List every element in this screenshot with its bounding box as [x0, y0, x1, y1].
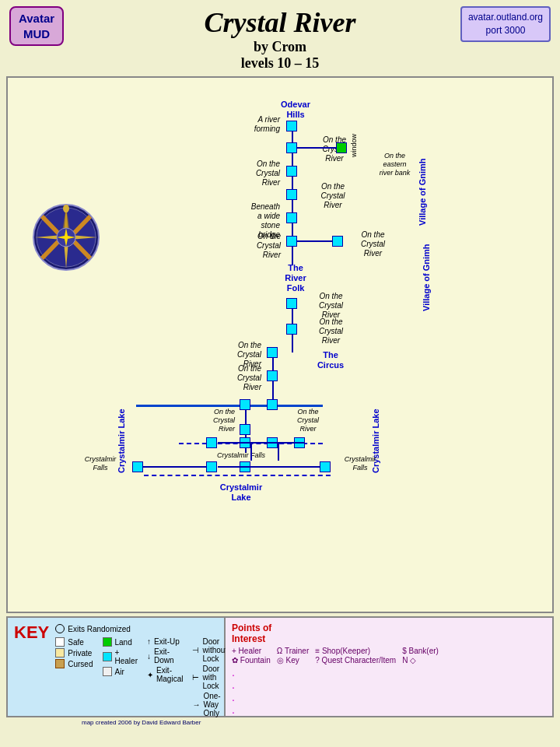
label-11b: On theCrystalRiver: [280, 408, 336, 433]
key-exits-label: Exits Randomized: [68, 625, 131, 633]
key-row-water: + Healer: [103, 648, 138, 665]
label-1: A riverforming: [218, 115, 280, 134]
label-falls-left: CrystalmirFalls: [73, 455, 128, 472]
key-water-label: + Healer: [115, 648, 138, 665]
poi-decoration: ····: [232, 668, 546, 718]
key-right-panel: Points ofInterest + Healer ✿ Fountain Ω …: [226, 618, 552, 716]
key-row-safe: Safe: [55, 637, 93, 647]
node-falls-left: [132, 461, 143, 472]
node-11b: [267, 399, 278, 410]
conn-v13: [250, 442, 252, 461]
label-falls-right: CrystalmirFalls: [333, 455, 387, 472]
conn-h3: [218, 442, 305, 444]
label-7: On theCrystalRiver: [302, 292, 360, 320]
key-row-cursed: Cursed: [55, 659, 93, 668]
poi-healer: + Healer: [232, 647, 271, 655]
poi-trainer: Ω Trainer: [277, 647, 310, 655]
label-eastern: On theeasternriver bank: [362, 152, 428, 177]
node-2: [286, 142, 297, 153]
map-container: OdevarHills A riverforming On theCrystal…: [6, 76, 554, 613]
key-row-air: Air: [103, 667, 138, 676]
node-10: [267, 370, 278, 381]
poi-title: Points ofInterest: [232, 622, 546, 644]
poi-diamond: N ◇: [402, 656, 439, 665]
node-11: [240, 399, 250, 410]
node-9: [267, 347, 278, 358]
node-5: [286, 212, 297, 223]
map-credit: map created 2006 by David Edward Barber: [55, 719, 227, 726]
poi-bank: $ Bank(er): [402, 647, 439, 655]
key-row-one-way: →One-Way Only: [192, 692, 227, 717]
server-badge: avatar.outland.org port 3000: [460, 6, 551, 42]
label-circus: TheCircus: [303, 350, 358, 370]
label-crystalmir-falls-center: Crystalmir Falls: [213, 451, 269, 460]
node-falls-center: [206, 461, 217, 472]
dashed-line-bottom: [144, 475, 331, 476]
conn-v14: [278, 442, 279, 461]
poi-key: ◎ Key: [277, 656, 310, 665]
key-title: KEY: [14, 622, 49, 643]
key-row-exit-down: ↓Exit-Down: [147, 647, 183, 665]
poi-shop: ≡ Shop(Keeper): [315, 647, 396, 655]
poi-quest: ? Quest Character/Item: [315, 656, 396, 665]
node-village-green: [336, 142, 347, 153]
key-row-no-lock: ⊣Door without Lock: [192, 637, 227, 663]
key-left-panel: KEY Exits Randomized Safe Private Cursed…: [8, 618, 226, 716]
label-3: On theCrystalRiver: [222, 160, 280, 188]
node-13a: [206, 437, 217, 448]
label-window: window: [350, 134, 358, 157]
compass-rose: [31, 202, 101, 272]
label-river-folk: TheRiverFolk: [264, 263, 327, 294]
node-8: [286, 324, 297, 335]
lake-line-h: [136, 405, 323, 407]
connector-h1: [297, 147, 336, 149]
avatar-mud-line1: Avatar: [19, 12, 54, 25]
key-row-private: Private: [55, 648, 93, 658]
connector-falls-left: [136, 466, 206, 468]
key-row-exit-magical: ✦Exit-Magical: [147, 666, 183, 683]
node-7: [286, 298, 297, 309]
avatar-mud-badge: Avatar MUD: [9, 6, 64, 46]
node-6b: [332, 236, 343, 247]
key-row-exits: Exits Randomized: [55, 624, 227, 633]
label-crystalmir-lake-bottom: CrystalmirLake: [198, 482, 284, 503]
page-subtitle-levels: levels 10 – 15: [0, 55, 560, 72]
label-6b: On theCrystalRiver: [344, 230, 402, 258]
key-row-with-lock: ⊢Door with Lock: [192, 665, 227, 690]
node-6: [286, 236, 297, 247]
label-11: On theCrystalRiver: [179, 408, 235, 433]
label-4: On theCrystalRiver: [302, 182, 364, 210]
node-falls-right: [320, 461, 331, 472]
label-8: On theCrystalRiver: [302, 317, 360, 345]
poi-fountain: ✿ Fountain: [232, 656, 271, 665]
label-6: On theCrystalRiver: [238, 232, 281, 260]
node-4: [286, 189, 297, 200]
node-1: [286, 121, 297, 132]
node-12: [240, 424, 250, 435]
key-section: KEY Exits Randomized Safe Private Cursed…: [6, 616, 554, 717]
server-line2: port 3000: [486, 25, 526, 36]
page-header: Avatar MUD Crystal River by Crom levels …: [0, 0, 560, 75]
label-10: On theCrystalRiver: [205, 364, 261, 392]
node-3: [286, 166, 297, 177]
label-village-gnimh-2: Village of Gnimh: [422, 233, 432, 311]
server-line1: avatar.outland.org: [468, 12, 543, 23]
conn-h4: [218, 466, 305, 468]
connector-h2: [297, 240, 332, 242]
key-row-land: Land: [103, 637, 138, 647]
avatar-mud-line2: MUD: [23, 27, 50, 40]
key-row-exit-up: ↑Exit-Up: [147, 637, 183, 646]
svg-rect-17: [65, 206, 68, 212]
